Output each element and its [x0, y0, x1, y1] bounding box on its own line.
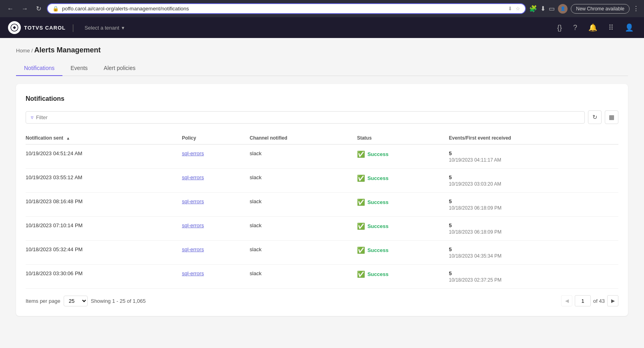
success-icon: ✅: [357, 246, 365, 254]
tab-events[interactable]: Events: [62, 61, 96, 76]
event-date: 10/19/2023 03:03:20 AM: [449, 181, 614, 187]
pagination-bar: Items per page 25 50 100 Showing 1 - 25 …: [26, 289, 618, 308]
logo-icon: [8, 21, 21, 34]
status-text: Success: [367, 271, 389, 277]
tab-alert-policies[interactable]: Alert policies: [96, 61, 143, 76]
cell-notification-sent: 10/18/2023 07:10:14 PM: [26, 217, 182, 241]
col-channel: Channel notified: [250, 132, 357, 144]
col-notification-sent: Notification sent ▲: [26, 132, 182, 144]
prev-page-button[interactable]: ◀: [561, 295, 572, 306]
cell-events: 5 10/18/2023 06:18:09 PM: [449, 217, 618, 241]
policy-link[interactable]: sql-errors: [182, 222, 204, 228]
cell-events: 5 10/19/2023 04:11:17 AM: [449, 144, 618, 169]
event-count: 5: [449, 150, 614, 156]
items-per-page: Items per page 25 50 100 Showing 1 - 25 …: [26, 296, 146, 306]
download-icon: ⬇: [508, 6, 512, 12]
cell-policy: sql-errors: [182, 169, 250, 193]
page-title: Alerts Management: [34, 46, 101, 54]
success-icon: ✅: [357, 150, 365, 158]
chrome-update-button[interactable]: New Chrome available: [571, 4, 630, 14]
cell-notification-sent: 10/18/2023 05:32:44 PM: [26, 241, 182, 265]
user-icon[interactable]: 👤: [622, 21, 636, 34]
status-text: Success: [367, 247, 389, 253]
tenant-arrow-icon: ▾: [122, 25, 124, 31]
items-per-page-label: Items per page: [26, 298, 60, 304]
col-policy: Policy: [182, 132, 250, 144]
notifications-card: Notifications ▿ Filter ↻ ▦ Notification …: [16, 84, 628, 316]
cell-policy: sql-errors: [182, 217, 250, 241]
page-content: Home / Alerts Management Notifications E…: [0, 38, 644, 348]
page-input[interactable]: [575, 295, 591, 306]
cell-status: ✅ Success: [357, 144, 449, 169]
forward-button[interactable]: →: [19, 4, 30, 13]
address-bar[interactable]: 🔒 poffo.carol.ai/carol-org/alerts-manage…: [47, 3, 526, 14]
policy-link[interactable]: sql-errors: [182, 270, 204, 276]
col-events: Events/First event received: [449, 132, 618, 144]
star-icon: ☆: [516, 6, 520, 12]
policy-link[interactable]: sql-errors: [182, 198, 204, 204]
col-status: Status: [357, 132, 449, 144]
filter-input-wrapper[interactable]: ▿ Filter: [26, 111, 585, 124]
cell-status: ✅ Success: [357, 193, 449, 217]
notifications-table: Notification sent ▲ Policy Channel notif…: [26, 132, 618, 289]
card-title: Notifications: [26, 95, 618, 102]
event-count: 5: [449, 222, 614, 228]
refresh-button[interactable]: ↻: [588, 110, 602, 124]
filter-text: Filter: [36, 114, 48, 120]
cell-events: 5 10/18/2023 06:18:09 PM: [449, 193, 618, 217]
cell-events: 5 10/19/2023 03:03:20 AM: [449, 169, 618, 193]
notification-icon[interactable]: 🔔: [586, 21, 600, 34]
apps-icon[interactable]: ⠿: [606, 21, 616, 34]
success-icon: ✅: [357, 270, 365, 278]
table-row: 10/18/2023 03:30:06 PM sql-errors slack …: [26, 265, 618, 289]
table-row: 10/18/2023 05:32:44 PM sql-errors slack …: [26, 241, 618, 265]
event-count: 5: [449, 174, 614, 180]
sort-icon: ▲: [66, 136, 70, 140]
cell-notification-sent: 10/19/2023 04:51:24 AM: [26, 144, 182, 169]
cell-notification-sent: 10/19/2023 03:55:12 AM: [26, 169, 182, 193]
policy-link[interactable]: sql-errors: [182, 246, 204, 252]
cell-channel: slack: [250, 217, 357, 241]
back-button[interactable]: ←: [5, 4, 16, 13]
table-row: 10/19/2023 04:51:24 AM sql-errors slack …: [26, 144, 618, 169]
cell-policy: sql-errors: [182, 193, 250, 217]
help-icon[interactable]: ?: [571, 21, 580, 34]
tenant-selector[interactable]: Select a tenant ▾: [80, 22, 128, 33]
chrome-menu-icon[interactable]: ⋮: [633, 5, 639, 12]
next-page-button[interactable]: ▶: [607, 295, 618, 306]
cell-policy: sql-errors: [182, 265, 250, 289]
cell-status: ✅ Success: [357, 169, 449, 193]
filter-icon: ▿: [31, 114, 34, 120]
url-text: poffo.carol.ai/carol-org/alerts-manageme…: [62, 6, 505, 12]
browser-actions: 🧩 ⬇ ▭ 👤 New Chrome available ⋮: [529, 4, 639, 14]
cell-status: ✅ Success: [357, 265, 449, 289]
columns-button[interactable]: ▦: [605, 110, 618, 124]
status-text: Success: [367, 151, 389, 157]
cell-status: ✅ Success: [357, 217, 449, 241]
showing-text: Showing 1 - 25 of 1,065: [91, 298, 146, 304]
per-page-select[interactable]: 25 50 100: [64, 296, 88, 306]
cell-notification-sent: 10/18/2023 08:16:48 PM: [26, 193, 182, 217]
cell-channel: slack: [250, 265, 357, 289]
cell-status: ✅ Success: [357, 241, 449, 265]
success-icon: ✅: [357, 174, 365, 182]
browser-chrome: ← → ↻ 🔒 poffo.carol.ai/carol-org/alerts-…: [0, 0, 644, 17]
cell-policy: sql-errors: [182, 144, 250, 169]
breadcrumb-home[interactable]: Home: [16, 48, 30, 54]
table-row: 10/19/2023 03:55:12 AM sql-errors slack …: [26, 169, 618, 193]
code-icon[interactable]: {}: [555, 21, 564, 34]
event-count: 5: [449, 270, 614, 276]
event-count: 5: [449, 246, 614, 252]
policy-link[interactable]: sql-errors: [182, 174, 204, 180]
reload-button[interactable]: ↻: [34, 4, 44, 13]
lock-icon: 🔒: [52, 6, 59, 12]
status-text: Success: [367, 199, 389, 205]
event-count: 5: [449, 198, 614, 204]
tab-notifications[interactable]: Notifications: [16, 61, 62, 76]
cell-policy: sql-errors: [182, 241, 250, 265]
policy-link[interactable]: sql-errors: [182, 150, 204, 156]
cell-events: 5 10/18/2023 02:37:25 PM: [449, 265, 618, 289]
event-date: 10/18/2023 06:18:09 PM: [449, 229, 614, 235]
event-date: 10/19/2023 04:11:17 AM: [449, 157, 614, 163]
event-date: 10/18/2023 04:35:34 PM: [449, 253, 614, 259]
